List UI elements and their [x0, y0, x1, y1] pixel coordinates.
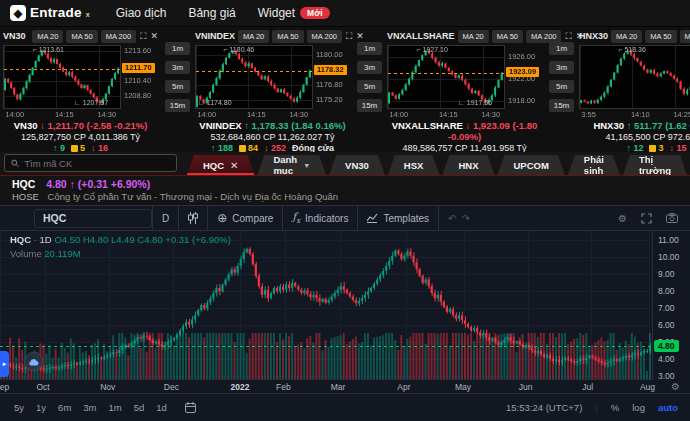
redo-icon[interactable]: ↷ — [461, 213, 469, 224]
templates-button[interactable]: Templates — [358, 206, 439, 231]
range-button-5y[interactable]: 5y — [14, 402, 24, 413]
timeframe-button-15m[interactable]: 15m — [549, 99, 574, 112]
ma-button[interactable]: MA 50 — [492, 30, 523, 43]
mini-chart-plot[interactable]: ⌐ 1927.10 ∟ 1917.56 — [387, 45, 505, 109]
percent-scale-button[interactable]: % — [611, 402, 619, 413]
search-box[interactable] — [4, 154, 177, 172]
axis-settings-gear-icon[interactable]: ⚙ — [671, 381, 680, 392]
watchlist-tab-VN30[interactable]: VN30 — [329, 155, 385, 175]
index-summary: HNX30 ↑ 511.77 (1.62 0.32%) 41,165,500 C… — [579, 120, 690, 152]
timeframe-button-3m[interactable]: 3m — [165, 61, 190, 74]
timeframe-column: 1m3m5m15m — [350, 29, 387, 152]
index-summary: VNXALLSHARE ↓ 1,923.09 (-1.80 -0.09%) 48… — [387, 120, 542, 152]
watchlist-tab-UPCOM[interactable]: UPCOM — [497, 155, 564, 175]
timeframe-button-1m[interactable]: 1m — [549, 42, 574, 55]
cloud-sync-button[interactable] — [24, 352, 43, 371]
compare-button[interactable]: ⊕ Compare — [208, 206, 283, 231]
brand-name: Entrade — [30, 5, 82, 20]
nav-item-giao-dich[interactable]: Giao dịch — [116, 6, 167, 20]
ma-button[interactable]: MA 20 — [611, 30, 642, 43]
ma-button[interactable]: MA 50 — [645, 30, 676, 43]
watchlist-tab-Phái sinh[interactable]: Phái sinh — [568, 155, 620, 175]
chart-style-button[interactable] — [179, 206, 208, 231]
ma-button[interactable]: MA 20 — [32, 30, 63, 43]
watchlist-tab-Thị trường[interactable]: Thị trường — [623, 155, 687, 175]
price-axis-tick: 8.00 — [658, 286, 675, 296]
timeframe-button-3m[interactable]: 3m — [549, 61, 574, 74]
timeframe-button-5m[interactable]: 5m — [357, 80, 382, 93]
nav-item-widget[interactable]: Widget Mới — [258, 6, 330, 20]
time-axis[interactable]: SepOctNovDec2022FebMarAprMayJunJulAug — [0, 379, 652, 393]
go-to-date-calendar-icon[interactable] — [185, 402, 196, 413]
undo-icon[interactable]: ↶ — [448, 213, 456, 224]
watchlist-tab-HNX[interactable]: HNX — [442, 155, 494, 175]
index-panel-VNXALLSHARE: VNXALLSHARE MA 20MA 50MA 200 ⛶ ✕ ⌐ 1927.… — [387, 29, 542, 152]
timeframe-button-15m[interactable]: 15m — [357, 99, 382, 112]
range-button-1d[interactable]: 1d — [156, 402, 167, 413]
ma-button[interactable]: MA 50 — [272, 30, 303, 43]
mini-chart-plot[interactable]: ⌐ 1180.46 ∟ 1174.80 — [195, 45, 313, 109]
interval-button[interactable]: D — [153, 206, 179, 231]
timeframe-button-5m[interactable]: 5m — [549, 80, 574, 93]
camera-snapshot-icon[interactable] — [666, 213, 678, 223]
chart-settings-gear-icon[interactable]: ⚙ — [618, 213, 627, 224]
fullscreen-icon[interactable] — [641, 213, 652, 224]
symbol-search-field[interactable]: HQC — [34, 209, 152, 228]
search-input[interactable] — [24, 158, 170, 169]
y-axis-tick: 1918.00 — [508, 96, 535, 105]
auto-scale-button[interactable]: auto — [658, 402, 678, 413]
drawing-toolbar-toggle[interactable]: ▸ — [0, 351, 9, 377]
brand-logo[interactable]: ◆ Entrade x — [10, 5, 90, 21]
timeframe-button-5m[interactable]: 5m — [165, 80, 190, 93]
indicators-button[interactable]: ƒx Indicators — [283, 206, 358, 231]
ma-button[interactable]: MA 200 — [680, 30, 690, 43]
tab-close-icon[interactable]: ✕ — [230, 160, 238, 171]
tab-label: HSX — [404, 160, 424, 171]
timeframe-button-3m[interactable]: 3m — [357, 61, 382, 74]
market-breadth: ↑ 18884↓ 252Đóng cửa — [195, 143, 350, 152]
range-buttons: 5y1y6m3m1m5d1d — [14, 402, 179, 413]
close-icon[interactable]: ✕ — [150, 31, 158, 41]
compare-icon: ⊕ — [217, 211, 227, 225]
main-chart-area[interactable]: HQC · 1D O4.50 H4.80 L4.49 C4.80 +0.31 (… — [0, 231, 690, 393]
timeframe-button-15m[interactable]: 15m — [165, 99, 190, 112]
panel-header: VN30 MA 20MA 50MA 200 ⛶ ✕ — [3, 29, 158, 43]
current-price-badge: 1178.32 — [314, 65, 347, 75]
ma-button[interactable]: MA 200 — [307, 30, 342, 43]
price-axis-tick: 10.00 — [658, 252, 679, 262]
tab-label: Danh mục — [273, 154, 297, 176]
mini-chart-y-axis: 1926.001922.001918.001923.09 — [505, 45, 541, 109]
ma-button[interactable]: MA 20 — [458, 30, 489, 43]
timeframe-button-1m[interactable]: 1m — [357, 42, 382, 55]
nav-item-bang-gia[interactable]: Bảng giá — [188, 6, 235, 20]
watchlist-tab-HSX[interactable]: HSX — [388, 155, 440, 175]
mini-chart-plot[interactable]: ⌐ 1213.61 ∟ 1207.97 — [3, 45, 121, 109]
mini-chart-plot[interactable]: ⌐ 518.36 — [579, 45, 690, 109]
index-name: VNXALLSHARE — [387, 31, 455, 41]
range-button-6m[interactable]: 6m — [58, 402, 71, 413]
ma-button[interactable]: MA 50 — [66, 30, 97, 43]
range-button-1m[interactable]: 1m — [109, 402, 122, 413]
range-button-1y[interactable]: 1y — [36, 402, 46, 413]
ma-button[interactable]: MA 20 — [238, 30, 269, 43]
watchlist-tab-Danh mục[interactable]: Danh mục ▼ — [257, 155, 326, 175]
timeframe-button-1m[interactable]: 1m — [165, 42, 190, 55]
time-axis-tick: Jul — [582, 382, 593, 392]
price-axis[interactable]: 11.0010.009.008.007.006.005.004.003.004.… — [652, 231, 690, 379]
range-button-5d[interactable]: 5d — [134, 402, 145, 413]
mini-chart-canvas[interactable] — [580, 46, 690, 108]
range-button-3m[interactable]: 3m — [83, 402, 96, 413]
index-volume: 532,684,860 CP 11,262.027 Tỷ — [195, 132, 350, 142]
watchlist-tab-HQC[interactable]: HQC ✕ — [187, 155, 255, 175]
expand-icon[interactable]: ⛶ — [140, 31, 146, 42]
time-axis-tick: Dec — [164, 382, 179, 392]
nav-item-widget-label: Widget — [258, 6, 295, 20]
ma-button[interactable]: MA 200 — [101, 30, 136, 43]
index-panels-row: VN30 MA 20MA 50MA 200 ⛶ ✕ ⌐ 1213.61 ∟ 12… — [0, 27, 690, 152]
low-price-label: ∟ 1917.56 — [458, 99, 492, 106]
toolbar-symbol-label: HQC — [43, 212, 66, 224]
tab-label: HNX — [458, 160, 478, 171]
time-axis-tick: Feb — [276, 382, 291, 392]
price-axis-tick: 7.00 — [658, 303, 675, 313]
log-scale-button[interactable]: log — [632, 402, 645, 413]
